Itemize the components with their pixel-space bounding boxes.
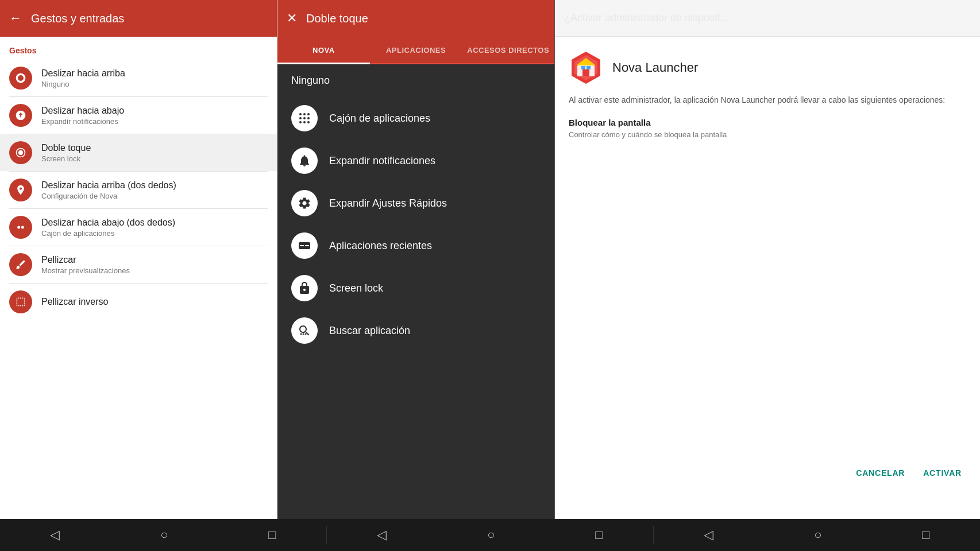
svg-point-15: [300, 333, 302, 335]
cancel-button[interactable]: CANCELAR: [856, 468, 905, 478]
item-text-deslizar-abajo: Deslizar hacia abajo Expandir notificaci…: [41, 106, 268, 126]
item-text-pellizcar: Pellizcar Mostrar previsualizaciones: [41, 255, 268, 275]
list-item-deslizar-arriba[interactable]: Deslizar hacia arriba Ninguno: [0, 60, 277, 96]
nova-app-name: Nova Launcher: [612, 60, 698, 75]
icon-expandir-ajustes: [291, 190, 318, 216]
nav-recents-1[interactable]: □: [259, 523, 285, 547]
nav-home-3[interactable]: ○: [805, 523, 831, 547]
item-text-deslizar-arriba-dos: Deslizar hacia arriba (dos dedos) Config…: [41, 180, 268, 200]
panel2-title: Doble toque: [306, 12, 545, 25]
svg-point-13: [303, 121, 306, 123]
item-text-doble-toque: Doble toque Screen lock: [41, 143, 268, 163]
icon-pellizcar: [9, 253, 32, 276]
icon-deslizar-arriba: [9, 67, 32, 90]
nova-launcher-icon: [569, 51, 603, 85]
icon-aplicaciones-recientes: [291, 232, 318, 259]
svg-point-9: [299, 117, 302, 119]
nav-home-1[interactable]: ○: [151, 523, 177, 547]
icon-doble-toque: [9, 141, 32, 164]
item-text-deslizar-arriba: Deslizar hacia arriba Ninguno: [41, 68, 268, 88]
svg-rect-22: [582, 69, 589, 76]
nav-back-3[interactable]: ◁: [695, 523, 723, 547]
list-item-doble-toque[interactable]: Doble toque Screen lock: [0, 134, 277, 171]
nav-home-2[interactable]: ○: [478, 523, 504, 547]
svg-point-7: [303, 113, 306, 115]
panel3-title: ¿Activar administrador de disposit...: [564, 12, 971, 24]
dialog-actions: CANCELAR ACTIVAR: [555, 459, 980, 487]
svg-rect-23: [581, 66, 585, 69]
nav-back-1[interactable]: ◁: [41, 523, 69, 547]
section-gestos-header: Gestos: [0, 37, 277, 60]
svg-point-16: [303, 333, 304, 335]
svg-point-6: [299, 113, 302, 115]
permission-bloquear-pantalla: Bloquear la pantalla Controlar cómo y cu…: [569, 118, 966, 140]
list-item-deslizar-abajo[interactable]: Deslizar hacia abajo Expandir notificaci…: [0, 97, 277, 134]
nav-section-1: ◁ ○ □: [0, 523, 326, 547]
navigation-bar: ◁ ○ □ ◁ ○ □ ◁ ○ □: [0, 519, 980, 551]
tab-aplicaciones[interactable]: APLICACIONES: [370, 37, 462, 63]
list-item-deslizar-abajo-dos[interactable]: Deslizar hacia abajo (dos dedos) Cajón d…: [0, 209, 277, 246]
svg-point-11: [307, 117, 310, 119]
svg-point-3: [18, 150, 23, 155]
nav-recents-2[interactable]: □: [586, 523, 612, 547]
svg-point-1: [18, 75, 24, 81]
dark-item-notificaciones[interactable]: Expandir notificaciones: [277, 139, 554, 182]
dark-item-recientes[interactable]: Aplicaciones recientes: [277, 224, 554, 267]
svg-point-17: [305, 333, 307, 335]
tab-accesos[interactable]: ACCESOS DIRECTOS: [462, 37, 554, 63]
dark-item-ajustes[interactable]: Expandir Ajustes Rápidos: [277, 182, 554, 224]
icon-deslizar-abajo: [9, 104, 32, 127]
svg-point-4: [17, 226, 20, 229]
admin-description: Al activar este administrador, la aplica…: [569, 94, 966, 106]
app-identity-row: Nova Launcher: [569, 51, 966, 85]
icon-cajon-aplicaciones: [291, 105, 318, 131]
close-icon[interactable]: ✕: [287, 11, 297, 26]
svg-point-5: [21, 226, 24, 229]
back-icon[interactable]: ←: [9, 11, 22, 26]
tabs-bar: NOVA APLICACIONES ACCESOS DIRECTOS: [277, 37, 554, 64]
nav-back-2[interactable]: ◁: [368, 523, 396, 547]
label-buscar-aplicacion: Buscar aplicación: [329, 325, 410, 337]
permission-desc-bloquear: Controlar cómo y cuándo se bloquea la pa…: [569, 130, 966, 140]
panel2-appbar: ✕ Doble toque: [277, 0, 554, 37]
svg-rect-24: [587, 66, 591, 69]
list-item-pellizcar-inverso[interactable]: Pellizcar inverso: [0, 284, 277, 320]
svg-point-12: [299, 121, 302, 123]
permission-title-bloquear: Bloquear la pantalla: [569, 118, 966, 127]
panel-gestos: ← Gestos y entradas Gestos Deslizar haci…: [0, 0, 277, 519]
icon-screen-lock: [291, 275, 318, 301]
dark-item-buscar[interactable]: Buscar aplicación: [277, 309, 554, 352]
svg-point-14: [307, 121, 310, 123]
dark-item-cajon[interactable]: Cajón de aplicaciones: [277, 97, 554, 139]
icon-expandir-notificaciones: [291, 148, 318, 174]
nav-section-3: ◁ ○ □: [654, 523, 980, 547]
label-cajon-aplicaciones: Cajón de aplicaciones: [329, 112, 430, 125]
nav-section-2: ◁ ○ □: [327, 523, 653, 547]
label-screen-lock: Screen lock: [329, 282, 383, 294]
item-text-pellizcar-inverso: Pellizcar inverso: [41, 297, 268, 307]
label-expandir-notificaciones: Expandir notificaciones: [329, 155, 435, 167]
list-item-deslizar-arriba-dos[interactable]: Deslizar hacia arriba (dos dedos) Config…: [0, 172, 277, 208]
dark-item-ninguno[interactable]: Ninguno: [277, 64, 554, 97]
panel1-appbar: ← Gestos y entradas: [0, 0, 277, 37]
panel1-title: Gestos y entradas: [31, 12, 268, 25]
icon-deslizar-arriba-dos: [9, 179, 32, 201]
item-text-deslizar-abajo-dos: Deslizar hacia abajo (dos dedos) Cajón d…: [41, 218, 268, 238]
panel-doble-toque: ✕ Doble toque NOVA APLICACIONES ACCESOS …: [277, 0, 555, 519]
activate-button[interactable]: ACTIVAR: [923, 468, 962, 478]
panel3-body: Nova Launcher Al activar este administra…: [555, 37, 980, 158]
svg-point-8: [307, 113, 310, 115]
nav-recents-3[interactable]: □: [913, 523, 939, 547]
icon-pellizcar-inverso: [9, 290, 32, 313]
label-expandir-ajustes: Expandir Ajustes Rápidos: [329, 197, 447, 209]
label-aplicaciones-recientes: Aplicaciones recientes: [329, 240, 432, 252]
list-item-pellizcar[interactable]: Pellizcar Mostrar previsualizaciones: [0, 246, 277, 283]
icon-deslizar-abajo-dos: [9, 216, 32, 239]
tab-nova[interactable]: NOVA: [277, 37, 370, 63]
panel3-appbar: ¿Activar administrador de disposit...: [555, 0, 980, 37]
panel-administrador: ¿Activar administrador de disposit...: [555, 0, 980, 519]
svg-point-10: [303, 117, 306, 119]
dark-item-screen-lock[interactable]: Screen lock: [277, 267, 554, 309]
icon-buscar-aplicacion: [291, 317, 318, 344]
